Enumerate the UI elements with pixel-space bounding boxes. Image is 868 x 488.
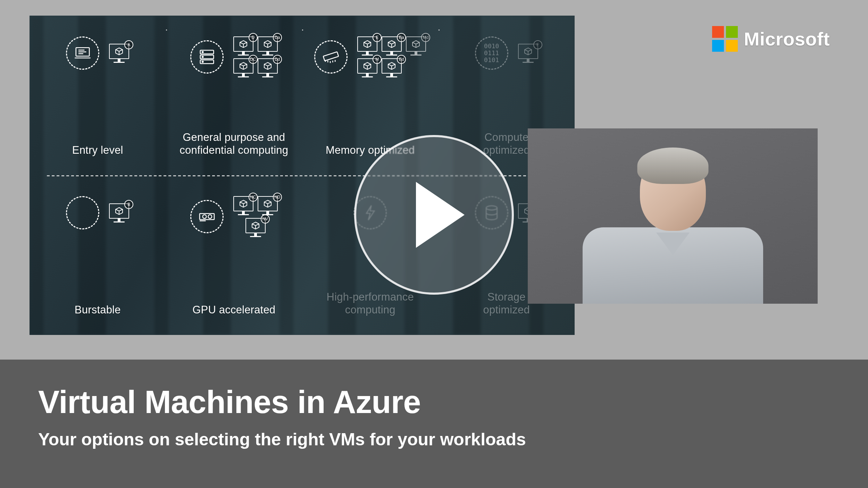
cell-label: GPU accelerated — [192, 303, 275, 316]
cell-general-purpose: D Da DC Dd General purpose and confident… — [166, 16, 302, 175]
play-icon — [416, 182, 465, 248]
cell-gpu-accelerated: NC ND NV GPU accelerated — [166, 175, 302, 335]
vm-monitor-cluster: D Da DC Dd — [233, 36, 278, 77]
laptop-icon — [66, 36, 99, 70]
title-bar: Virtual Machines in Azure Your options o… — [0, 360, 868, 488]
microsoft-logo: Microsoft — [712, 26, 830, 52]
vm-monitor-cluster: NC ND NV — [233, 196, 278, 237]
gpu-icon — [190, 200, 224, 233]
server-icon — [190, 40, 224, 74]
svg-point-18 — [203, 215, 207, 219]
vm-monitor-cluster: E Ea Md M Ed — [357, 36, 426, 77]
cell-burstable: B Burstable — [30, 175, 166, 335]
cube-icon — [115, 47, 123, 56]
vm-monitor-cluster: F — [518, 44, 538, 63]
cell-label: General purpose and confidential computi… — [180, 131, 288, 157]
cell-label: Burstable — [75, 303, 121, 316]
series-badge: D — [249, 33, 258, 42]
cell-label: High-performance computing — [327, 291, 414, 316]
ram-icon — [314, 40, 348, 74]
svg-point-9 — [202, 56, 203, 58]
series-badge: Ea — [397, 33, 406, 42]
video-title: Virtual Machines in Azure — [38, 384, 830, 420]
series-badge: B — [124, 200, 133, 209]
series-badge: Ed — [397, 55, 406, 64]
series-badge: DC — [249, 55, 258, 64]
series-badge: NV — [261, 214, 270, 224]
cell-entry-level: A Entry level — [30, 16, 166, 175]
presenter-video-thumbnail — [528, 128, 818, 304]
series-badge: Da — [273, 33, 282, 42]
microsoft-wordmark: Microsoft — [744, 28, 830, 50]
burst-icon — [66, 196, 99, 229]
play-button[interactable] — [354, 135, 514, 295]
video-subtitle: Your options on selecting the right VMs … — [38, 429, 830, 449]
series-badge: NC — [249, 193, 258, 202]
series-badge: F — [533, 40, 542, 49]
microsoft-logo-icon — [712, 26, 738, 52]
presenter-figure — [583, 137, 763, 304]
series-badge: A — [124, 40, 133, 49]
cell-label: Entry level — [72, 144, 123, 157]
svg-rect-11 — [323, 52, 339, 61]
cell-label: Storage optimized — [483, 291, 530, 316]
cell-label: Compute optimized — [483, 131, 530, 157]
series-badge: Dd — [273, 55, 282, 64]
series-badge: M — [373, 55, 382, 64]
series-badge: Md — [421, 33, 430, 42]
svg-point-19 — [208, 215, 212, 219]
vm-monitor-cluster: A — [109, 44, 129, 63]
vm-monitor-cluster: B — [109, 203, 129, 222]
binary-icon: 0010 0111 0101 — [475, 36, 508, 70]
series-badge: E — [373, 33, 382, 42]
series-badge: ND — [273, 193, 282, 202]
svg-point-8 — [202, 51, 203, 53]
svg-point-10 — [202, 61, 203, 62]
